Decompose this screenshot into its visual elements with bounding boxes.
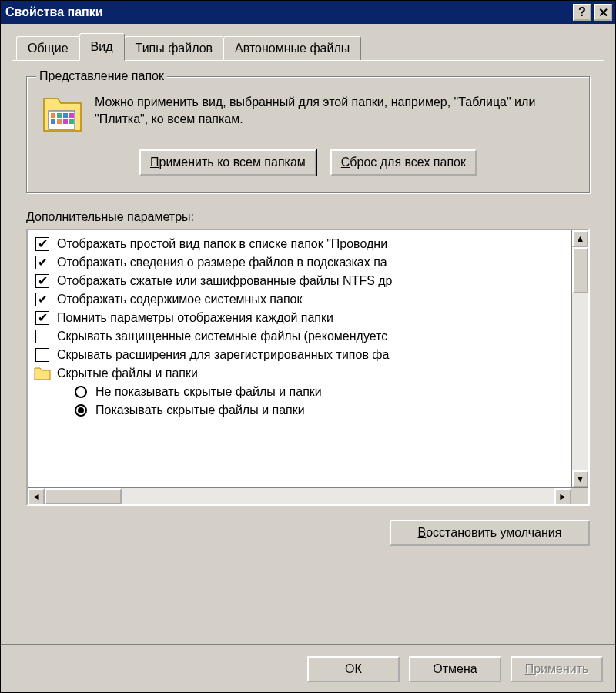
tab-file-types[interactable]: Типы файлов (124, 36, 225, 60)
reset-all-folders-button[interactable]: Сброс для всех папок (330, 149, 477, 176)
tab-strip: Общие Вид Типы файлов Автономные файлы (16, 33, 604, 60)
horizontal-scrollbar[interactable]: ◄ ► (28, 487, 588, 504)
checkbox-icon: ✔ (34, 311, 51, 325)
item-label: Отображать сведения о размере файлов в п… (57, 256, 387, 270)
titlebar: Свойства папки ? ✕ (1, 1, 615, 24)
dialog-footer: ОК Отмена Применить (1, 644, 615, 692)
scroll-thumb-h[interactable] (45, 488, 122, 504)
item-label: Отображать содержимое системных папок (57, 293, 302, 306)
dialog-body: Общие Вид Типы файлов Автономные файлы П… (1, 24, 615, 644)
item-label: Скрывать расширения для зарегистрированн… (57, 348, 389, 362)
scroll-left-button[interactable]: ◄ (28, 488, 45, 505)
scroll-up-button[interactable]: ▲ (572, 230, 588, 247)
radio-icon (72, 386, 89, 398)
group-description: Можно применить вид, выбранный для этой … (95, 94, 575, 127)
list-item[interactable]: ✔Отображать сведения о размере файлов в … (34, 253, 588, 272)
list-item[interactable]: ✔Отображать содержимое системных папок (34, 290, 588, 309)
checkbox-icon: ✔ (34, 293, 51, 306)
help-button[interactable]: ? (573, 4, 591, 21)
ok-button[interactable]: ОК (307, 656, 400, 682)
scroll-track-h[interactable] (45, 488, 554, 504)
list-item[interactable]: Скрывать расширения для зарегистрированн… (34, 346, 588, 364)
svg-rect-1 (51, 113, 55, 118)
apply-button[interactable]: Применить (511, 656, 603, 682)
tab-label: Типы файлов (136, 42, 213, 55)
svg-rect-2 (57, 113, 62, 118)
folder-views-icon (41, 94, 84, 136)
svg-rect-6 (57, 119, 62, 124)
list-item[interactable]: Скрытые файлы и папки (34, 364, 588, 383)
tab-panel-view: Представление папок Можно применить вид,… (12, 60, 604, 638)
radio-icon (72, 404, 89, 417)
item-label: Скрывать защищенные системные файлы (рек… (57, 330, 387, 343)
close-button[interactable]: ✕ (594, 4, 612, 21)
tab-label: Автономные файлы (235, 42, 350, 55)
tab-label: Вид (91, 40, 113, 53)
svg-rect-4 (69, 113, 74, 118)
item-label: Отображать простой вид папок в списке па… (57, 237, 387, 251)
svg-rect-8 (69, 119, 74, 124)
folder-options-dialog: Свойства папки ? ✕ Общие Вид Типы файлов… (0, 0, 616, 693)
tab-offline-files[interactable]: Автономные файлы (223, 36, 361, 60)
list-item[interactable]: Скрывать защищенные системные файлы (рек… (34, 327, 588, 346)
help-icon: ? (578, 5, 586, 19)
list-item[interactable]: ✔Отображать простой вид папок в списке п… (34, 235, 588, 253)
tab-view[interactable]: Вид (79, 33, 125, 61)
advanced-settings-list: ✔Отображать простой вид папок в списке п… (26, 229, 590, 506)
folder-views-group: Представление папок Можно применить вид,… (26, 76, 590, 193)
item-label: Скрытые файлы и папки (57, 367, 198, 380)
item-label: Не показывать скрытые файлы и папки (95, 385, 322, 399)
checkbox-icon: ✔ (34, 237, 51, 251)
checkbox-icon (34, 348, 51, 362)
svg-rect-7 (63, 119, 68, 124)
item-label: Показывать скрытые файлы и папки (95, 403, 305, 417)
cancel-button[interactable]: Отмена (409, 656, 501, 682)
list-item[interactable]: ✔Отображать сжатые или зашифрованные фай… (34, 272, 588, 290)
tab-label: Общие (28, 42, 69, 55)
scroll-track[interactable] (572, 247, 588, 470)
svg-rect-5 (51, 119, 55, 124)
close-icon: ✕ (598, 5, 608, 20)
group-buttons: Применить ко всем папкам Сброс для всех … (41, 149, 575, 176)
restore-defaults-button[interactable]: Восстановить умолчания (390, 520, 590, 546)
apply-to-all-folders-button[interactable]: Применить ко всем папкам (139, 149, 316, 176)
list-item[interactable]: ✔Помнить параметры отображения каждой па… (34, 309, 588, 327)
item-label: Помнить параметры отображения каждой пап… (57, 311, 333, 325)
checkbox-icon (34, 330, 51, 343)
item-label: Отображать сжатые или зашифрованные файл… (57, 274, 393, 288)
folder-icon (34, 367, 51, 380)
tab-general[interactable]: Общие (16, 36, 80, 60)
svg-rect-3 (63, 113, 68, 118)
group-content: Можно применить вид, выбранный для этой … (41, 94, 575, 136)
list-item[interactable]: Показывать скрытые файлы и папки (34, 401, 588, 420)
list-body: ✔Отображать простой вид папок в списке п… (28, 230, 588, 487)
window-title: Свойства папки (5, 5, 103, 19)
list-item[interactable]: Не показывать скрытые файлы и папки (34, 383, 588, 401)
scroll-right-button[interactable]: ► (554, 488, 571, 505)
scroll-thumb[interactable] (572, 247, 588, 293)
group-legend: Представление папок (36, 69, 167, 83)
scroll-down-button[interactable]: ▼ (572, 470, 588, 487)
titlebar-buttons: ? ✕ (573, 4, 612, 21)
restore-defaults-row: Восстановить умолчания (26, 520, 590, 546)
checkbox-icon: ✔ (34, 274, 51, 288)
vertical-scrollbar[interactable]: ▲ ▼ (571, 230, 588, 487)
advanced-settings-label: Дополнительные параметры: (26, 210, 590, 224)
scroll-corner (571, 488, 588, 504)
checkbox-icon: ✔ (34, 256, 51, 270)
